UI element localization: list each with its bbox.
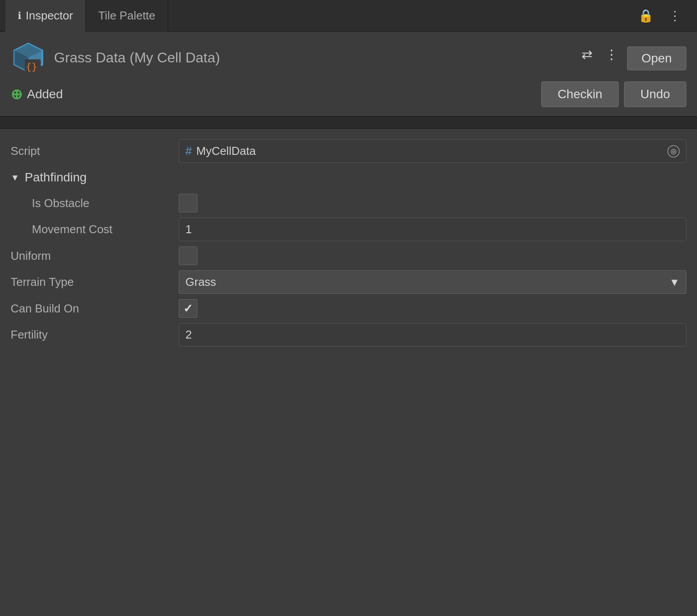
pathfinding-section-header[interactable]: ▼ Pathfinding (11, 165, 686, 190)
script-target-icon[interactable]: ◎ (667, 145, 680, 158)
svg-text:{}: {} (26, 61, 38, 72)
lock-button[interactable]: 🔒 (635, 7, 657, 25)
added-plus-icon: ⊕ (11, 86, 23, 103)
tab-bar-right: 🔒 ⋮ (635, 7, 692, 25)
info-icon: ℹ (18, 10, 21, 22)
script-value: # MyCellData ◎ (179, 139, 686, 163)
open-button[interactable]: Open (627, 46, 687, 70)
fertility-value: 2 (179, 323, 686, 346)
tab-inspector-label: Inspector (26, 9, 73, 23)
terrain-type-dropdown[interactable]: Grass ▼ (179, 270, 686, 294)
header-area: {} Grass Data (My Cell Data) ⇄ ⋮ Open ⊕ … (0, 32, 697, 116)
can-build-on-label: Can Build On (11, 302, 179, 316)
checkin-button[interactable]: Checkin (541, 81, 619, 107)
is-obstacle-value (179, 194, 686, 212)
script-hash-icon: # (185, 144, 192, 158)
terrain-type-row: Terrain Type Grass ▼ (11, 269, 686, 296)
movement-cost-value: 1 (179, 218, 686, 241)
asset-right: ⇄ ⋮ Open (578, 45, 687, 70)
added-row: ⊕ Added Checkin Undo (11, 75, 686, 111)
tab-bar-left: ℹ Inspector Tile Palette (5, 0, 168, 32)
tab-tile-palette[interactable]: Tile Palette (86, 0, 168, 32)
header-kebab-button[interactable]: ⋮ (601, 45, 622, 64)
script-label: Script (11, 144, 179, 158)
undo-button[interactable]: Undo (624, 81, 686, 107)
terrain-type-label: Terrain Type (11, 275, 179, 289)
is-obstacle-checkbox[interactable] (179, 194, 197, 212)
can-build-on-checkbox[interactable]: ✓ (179, 299, 197, 318)
inspector-panel: ℹ Inspector Tile Palette 🔒 ⋮ (0, 0, 697, 616)
can-build-on-value: ✓ (179, 299, 686, 318)
can-build-on-row: Can Build On ✓ (11, 296, 686, 321)
uniform-row: Uniform (11, 243, 686, 269)
movement-cost-input[interactable]: 1 (179, 218, 686, 241)
asset-title: Grass Data (My Cell Data) (54, 50, 220, 66)
checkmark-icon: ✓ (183, 302, 193, 316)
script-row: Script # MyCellData ◎ (11, 138, 686, 165)
pathfinding-label: Pathfinding (25, 170, 87, 185)
added-label-container: ⊕ Added (11, 86, 63, 103)
uniform-value (179, 246, 686, 265)
terrain-type-value: Grass ▼ (179, 270, 686, 294)
movement-cost-row: Movement Cost 1 (11, 216, 686, 243)
properties-area: Script # MyCellData ◎ ▼ Pathfinding Is (0, 129, 697, 357)
uniform-label: Uniform (11, 249, 179, 263)
uniform-checkbox[interactable] (179, 246, 197, 265)
script-field-left: # MyCellData (185, 144, 256, 158)
fertility-label: Fertility (11, 328, 179, 342)
added-text: Added (27, 87, 63, 101)
movement-cost-label: Movement Cost (11, 223, 179, 236)
tab-inspector[interactable]: ℹ Inspector (5, 0, 86, 32)
asset-left: {} Grass Data (My Cell Data) (11, 40, 220, 75)
section-divider (0, 116, 697, 129)
collapse-triangle-icon: ▼ (11, 173, 19, 183)
terrain-type-selected: Grass (185, 275, 216, 289)
tune-icon-button[interactable]: ⇄ (578, 45, 596, 64)
script-name: MyCellData (196, 144, 255, 158)
is-obstacle-row: Is Obstacle (11, 190, 686, 216)
asset-icon: {} (11, 40, 46, 75)
added-buttons: Checkin Undo (541, 81, 686, 107)
tab-bar: ℹ Inspector Tile Palette 🔒 ⋮ (0, 0, 697, 32)
is-obstacle-label: Is Obstacle (11, 196, 179, 210)
tab-tile-palette-label: Tile Palette (98, 9, 155, 23)
circle-dot: ◎ (670, 147, 677, 155)
fertility-input[interactable]: 2 (179, 323, 686, 346)
script-field[interactable]: # MyCellData ◎ (179, 139, 686, 163)
asset-row: {} Grass Data (My Cell Data) ⇄ ⋮ Open (11, 40, 686, 75)
dropdown-arrow-icon: ▼ (669, 276, 680, 289)
fertility-row: Fertility 2 (11, 321, 686, 348)
kebab-menu-button[interactable]: ⋮ (665, 7, 685, 25)
